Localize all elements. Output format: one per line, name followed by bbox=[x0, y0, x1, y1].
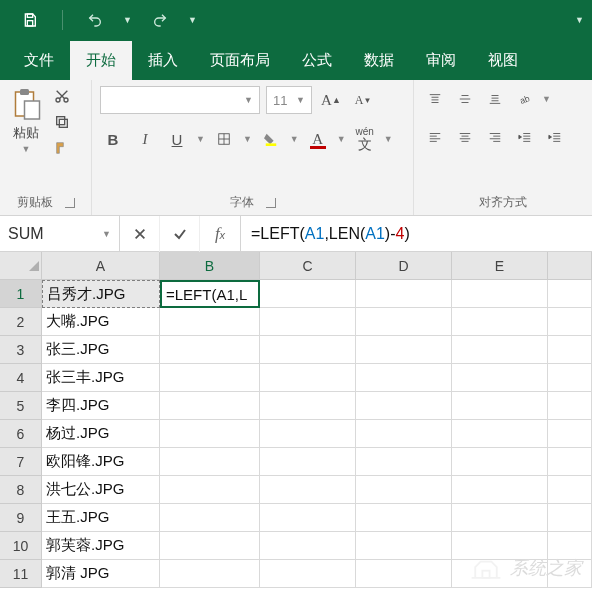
cell[interactable] bbox=[260, 560, 356, 588]
underline-button[interactable]: U bbox=[164, 126, 190, 152]
column-header[interactable]: C bbox=[260, 252, 356, 280]
paste-button[interactable]: 粘贴 ▼ bbox=[8, 86, 44, 154]
cell[interactable] bbox=[452, 364, 548, 392]
cell[interactable] bbox=[356, 560, 452, 588]
name-box[interactable]: SUM ▼ bbox=[0, 216, 120, 251]
cell[interactable]: 杨过.JPG bbox=[42, 420, 160, 448]
cell[interactable] bbox=[356, 448, 452, 476]
column-header[interactable]: D bbox=[356, 252, 452, 280]
cut-button[interactable] bbox=[52, 86, 72, 106]
cell[interactable] bbox=[452, 448, 548, 476]
cell[interactable] bbox=[160, 560, 260, 588]
tab-page-layout[interactable]: 页面布局 bbox=[194, 41, 286, 80]
cell[interactable] bbox=[260, 420, 356, 448]
cell[interactable] bbox=[548, 336, 592, 364]
cell[interactable] bbox=[548, 448, 592, 476]
redo-button[interactable] bbox=[146, 6, 174, 34]
cell[interactable] bbox=[160, 504, 260, 532]
font-name-combo[interactable]: ▼ bbox=[100, 86, 260, 114]
cell[interactable]: =LEFT(A1,L bbox=[160, 280, 260, 308]
cell[interactable]: 郭清 JPG bbox=[42, 560, 160, 588]
tab-view[interactable]: 视图 bbox=[472, 41, 534, 80]
align-center-button[interactable] bbox=[452, 124, 478, 150]
fill-color-button[interactable] bbox=[258, 126, 284, 152]
increase-indent-button[interactable] bbox=[542, 124, 568, 150]
cell[interactable] bbox=[548, 476, 592, 504]
cell[interactable] bbox=[260, 448, 356, 476]
cell[interactable]: 郭芙蓉.JPG bbox=[42, 532, 160, 560]
cell[interactable] bbox=[356, 364, 452, 392]
cell[interactable] bbox=[452, 308, 548, 336]
cell[interactable] bbox=[160, 420, 260, 448]
cell[interactable]: 张三.JPG bbox=[42, 336, 160, 364]
cell[interactable] bbox=[548, 392, 592, 420]
undo-button[interactable] bbox=[81, 6, 109, 34]
row-header[interactable]: 11 bbox=[0, 560, 42, 588]
align-bottom-button[interactable] bbox=[482, 86, 508, 112]
cell[interactable] bbox=[548, 308, 592, 336]
phonetic-button[interactable]: wén文 bbox=[352, 126, 378, 152]
row-header[interactable]: 10 bbox=[0, 532, 42, 560]
cell[interactable] bbox=[356, 336, 452, 364]
row-header[interactable]: 5 bbox=[0, 392, 42, 420]
cell[interactable] bbox=[356, 308, 452, 336]
cell[interactable] bbox=[548, 532, 592, 560]
cell[interactable]: 李四.JPG bbox=[42, 392, 160, 420]
cell[interactable] bbox=[260, 336, 356, 364]
column-header[interactable] bbox=[548, 252, 592, 280]
cell[interactable] bbox=[260, 392, 356, 420]
italic-button[interactable]: I bbox=[132, 126, 158, 152]
cell[interactable] bbox=[260, 280, 356, 308]
align-middle-button[interactable] bbox=[452, 86, 478, 112]
cell[interactable] bbox=[356, 504, 452, 532]
grow-font-button[interactable]: A▲ bbox=[318, 87, 344, 113]
cell[interactable] bbox=[160, 392, 260, 420]
font-launcher-icon[interactable] bbox=[266, 198, 276, 208]
cell[interactable] bbox=[548, 364, 592, 392]
qat-customize-icon[interactable]: ▼ bbox=[575, 15, 584, 25]
cell[interactable] bbox=[356, 280, 452, 308]
row-header[interactable]: 2 bbox=[0, 308, 42, 336]
cell[interactable]: 大嘴.JPG bbox=[42, 308, 160, 336]
decrease-indent-button[interactable] bbox=[512, 124, 538, 150]
cell[interactable] bbox=[260, 504, 356, 532]
align-right-button[interactable] bbox=[482, 124, 508, 150]
row-header[interactable]: 8 bbox=[0, 476, 42, 504]
cell[interactable]: 吕秀才.JPG bbox=[42, 280, 160, 308]
clipboard-launcher-icon[interactable] bbox=[65, 198, 75, 208]
tab-review[interactable]: 审阅 bbox=[410, 41, 472, 80]
cell[interactable]: 王五.JPG bbox=[42, 504, 160, 532]
row-header[interactable]: 4 bbox=[0, 364, 42, 392]
cell[interactable] bbox=[452, 392, 548, 420]
cell[interactable] bbox=[452, 420, 548, 448]
copy-button[interactable] bbox=[52, 112, 72, 132]
column-header[interactable]: A bbox=[42, 252, 160, 280]
shrink-font-button[interactable]: A▼ bbox=[350, 87, 376, 113]
cell[interactable] bbox=[160, 336, 260, 364]
column-header[interactable]: B bbox=[160, 252, 260, 280]
tab-data[interactable]: 数据 bbox=[348, 41, 410, 80]
select-all-corner[interactable] bbox=[0, 252, 42, 280]
phonetic-dropdown-icon[interactable]: ▼ bbox=[384, 134, 393, 144]
cell[interactable] bbox=[548, 560, 592, 588]
cell[interactable] bbox=[160, 364, 260, 392]
cell[interactable] bbox=[160, 308, 260, 336]
undo-dropdown-icon[interactable]: ▼ bbox=[123, 15, 132, 25]
cell[interactable] bbox=[548, 280, 592, 308]
row-header[interactable]: 9 bbox=[0, 504, 42, 532]
row-header[interactable]: 6 bbox=[0, 420, 42, 448]
row-header[interactable]: 3 bbox=[0, 336, 42, 364]
tab-home[interactable]: 开始 bbox=[70, 41, 132, 80]
cell[interactable] bbox=[260, 364, 356, 392]
save-button[interactable] bbox=[16, 6, 44, 34]
font-size-combo[interactable]: 11▼ bbox=[266, 86, 312, 114]
redo-dropdown-icon[interactable]: ▼ bbox=[188, 15, 197, 25]
border-button[interactable] bbox=[211, 126, 237, 152]
cell[interactable] bbox=[452, 280, 548, 308]
cell[interactable] bbox=[548, 504, 592, 532]
cell[interactable] bbox=[452, 504, 548, 532]
cell[interactable] bbox=[160, 476, 260, 504]
cell[interactable]: 张三丰.JPG bbox=[42, 364, 160, 392]
font-color-dropdown-icon[interactable]: ▼ bbox=[337, 134, 346, 144]
cell[interactable] bbox=[260, 476, 356, 504]
